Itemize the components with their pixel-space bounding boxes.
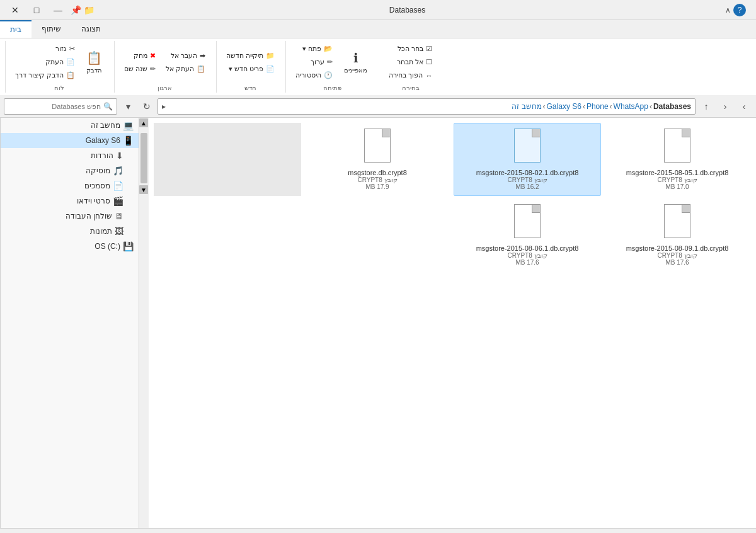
nav-label-desktop: שולחן העבודה bbox=[6, 212, 112, 221]
scroll-down-button[interactable]: ▼ bbox=[139, 185, 148, 194]
open-button[interactable]: 📂 פתח ▾ bbox=[291, 43, 337, 55]
nav-item-music[interactable]: 🎵 מוסיקה bbox=[1, 163, 139, 178]
nav-label-galaxy: Galaxy S6 bbox=[6, 136, 120, 145]
paste-shortcut-button[interactable]: 📋 הדבק קיצור דרך bbox=[11, 69, 79, 81]
file-size-5: 17.6 MB bbox=[515, 259, 539, 266]
file-item-3[interactable]: msgstore.db.crypt8 קובץ CRYPT8 17.9 MB bbox=[304, 123, 451, 196]
tab-share[interactable]: שיתוף bbox=[32, 20, 71, 38]
ribbon-group-new: 📁 תיקייה חדשה 📄 פריט חדש ▾ חדש bbox=[216, 41, 284, 93]
file-name-5: msgstore-2015-08-06.1.db.crypt8 bbox=[476, 244, 579, 252]
music-icon: 🎵 bbox=[113, 166, 123, 176]
minimize-button[interactable]: — bbox=[48, 1, 68, 19]
nav-forward-button[interactable]: › bbox=[736, 98, 752, 115]
file-size-4: 17.6 MB bbox=[665, 259, 689, 266]
file-icon-1 bbox=[662, 129, 692, 166]
rename-button[interactable]: ✏ שנה שם bbox=[120, 63, 160, 75]
close-button[interactable]: ✕ bbox=[5, 1, 25, 19]
galaxy-icon: 📱 bbox=[123, 135, 134, 146]
edit-button[interactable]: ✏ ערוך bbox=[291, 56, 337, 68]
expand-button[interactable]: ∧ bbox=[725, 6, 731, 14]
delete-icon: ✖ bbox=[150, 52, 156, 60]
copy-to-button[interactable]: 📋 העתק אל bbox=[161, 63, 210, 75]
nav-label-downloads: הורדות bbox=[6, 151, 113, 160]
scroll-up-button[interactable]: ▲ bbox=[139, 118, 148, 127]
file-item-2[interactable]: msgstore-2015-08-02.1.db.crypt8 קובץ CRY… bbox=[454, 123, 601, 196]
organize-buttons: ➡ העבר אל 📋 העתק אל ✖ מחק ✏ שנה שם bbox=[120, 41, 210, 83]
paste-button[interactable]: 📋 הדבק bbox=[81, 47, 108, 77]
addressbar[interactable]: Databases › WhatsApp › Phone › Galaxy S6… bbox=[158, 98, 696, 115]
history-button[interactable]: 🕐 היסטוריה bbox=[291, 69, 337, 81]
invert-icon: ↔ bbox=[425, 72, 432, 79]
nav-up-button[interactable]: ↑ bbox=[698, 98, 714, 115]
new-folder-button[interactable]: 📁 תיקייה חדשה bbox=[222, 50, 279, 62]
nav-item-os[interactable]: 💾 OS (C:) bbox=[1, 239, 139, 254]
file-type-2: קובץ CRYPT8 bbox=[507, 176, 547, 183]
help-button[interactable]: ? bbox=[733, 4, 746, 16]
nav-label-os: OS (C:) bbox=[6, 242, 120, 251]
file-item-1[interactable]: msgstore-2015-08-05.1.db.crypt8 קובץ CRY… bbox=[604, 123, 751, 196]
select-none-button[interactable]: ☐ אל תבחר bbox=[384, 56, 437, 68]
nav-label-music: מוסיקה bbox=[6, 166, 110, 175]
file-size-2: 16.2 MB bbox=[515, 183, 539, 190]
invert-selection-button[interactable]: ↔ הפוך בחירה bbox=[384, 69, 437, 81]
copy-to-icon: 📋 bbox=[197, 65, 205, 73]
file-item-4[interactable]: msgstore-2015-08-09.1.db.crypt8 קובץ CRY… bbox=[604, 198, 751, 272]
titlebar-right: 📁 📌 — □ ✕ bbox=[5, 1, 94, 19]
cut-button[interactable]: ✂ גזור bbox=[11, 43, 79, 55]
file-icon-3 bbox=[362, 129, 392, 166]
nav-label-this-computer: מחשב זה bbox=[6, 121, 120, 130]
search-input[interactable] bbox=[8, 103, 101, 110]
new-item-button[interactable]: 📄 פריט חדש ▾ bbox=[222, 63, 279, 75]
nav-item-pictures[interactable]: 🖼 תמונות bbox=[1, 224, 139, 239]
dropdown-button[interactable]: ▾ bbox=[120, 98, 136, 115]
properties-label: מאפיינים bbox=[344, 67, 367, 74]
nav-back-button[interactable]: ‹ bbox=[717, 98, 733, 115]
documents-icon: 📄 bbox=[113, 181, 123, 191]
move-button[interactable]: ➡ העבר אל bbox=[161, 50, 210, 62]
breadcrumb-whatsapp[interactable]: WhatsApp bbox=[614, 102, 648, 111]
copy-button[interactable]: 📄 העתק bbox=[11, 56, 79, 68]
delete-label: מחק bbox=[134, 52, 147, 60]
scroll-thumb[interactable] bbox=[140, 133, 147, 183]
window-title: Databases bbox=[94, 6, 720, 14]
breadcrumb-phone[interactable]: Phone bbox=[587, 102, 609, 111]
nav-item-desktop[interactable]: 🖥 שולחן העבודה bbox=[1, 209, 139, 224]
paste-shortcut-icon: 📋 bbox=[66, 71, 75, 79]
ribbon-tabs: בית שיתוף תצוגה bbox=[0, 20, 756, 38]
select-all-button[interactable]: ☑ בחר הכל bbox=[384, 43, 437, 55]
nav-item-videos[interactable]: 🎬 סרטי וידאו bbox=[1, 193, 139, 209]
nav-item-galaxy[interactable]: 📱 Galaxy S6 bbox=[1, 133, 139, 148]
open-label: פתח ▾ bbox=[302, 45, 321, 53]
nav-item-this-computer[interactable]: 💻 מחשב זה bbox=[1, 118, 139, 133]
edit-icon: ✏ bbox=[327, 58, 333, 66]
file-type-4: קובץ CRYPT8 bbox=[657, 252, 697, 259]
scrollbar[interactable]: ▲ ▼ bbox=[139, 118, 149, 528]
file-size-1: 17.0 MB bbox=[665, 183, 689, 190]
nav-item-downloads[interactable]: ⬇ הורדות bbox=[1, 148, 139, 163]
nav-item-documents[interactable]: 📄 מסמכים bbox=[1, 178, 139, 193]
breadcrumb-galaxy[interactable]: Galaxy S6 bbox=[547, 102, 581, 111]
delete-button[interactable]: ✖ מחק bbox=[120, 50, 160, 62]
refresh-button[interactable]: ↻ bbox=[139, 98, 155, 115]
file-icon-5 bbox=[512, 204, 542, 242]
maximize-button[interactable]: □ bbox=[26, 1, 47, 19]
properties-button[interactable]: ℹ מאפיינים bbox=[338, 47, 373, 77]
move-label: העבר אל bbox=[171, 52, 197, 60]
new-folder-icon: 📁 bbox=[266, 52, 275, 60]
this-computer-icon: 💻 bbox=[123, 120, 134, 130]
file-item-5[interactable]: msgstore-2015-08-06.1.db.crypt8 קובץ CRY… bbox=[454, 198, 601, 272]
nav-panel: 💻 מחשב זה 📱 Galaxy S6 ⬇ הורדות 🎵 מוסיקה … bbox=[0, 118, 139, 528]
ribbon-group-select: ☑ בחר הכל ☐ אל תבחר ↔ הפוך בחירה בחירה bbox=[379, 41, 442, 93]
breadcrumb-this-computer[interactable]: מחשב זה bbox=[512, 102, 541, 111]
downloads-icon: ⬇ bbox=[116, 151, 123, 161]
tab-home[interactable]: בית bbox=[0, 20, 32, 38]
select-small-buttons: ☑ בחר הכל ☐ אל תבחר ↔ הפוך בחירה bbox=[384, 43, 437, 81]
breadcrumb-dropdown[interactable]: ▸ bbox=[162, 102, 166, 111]
tab-view[interactable]: תצוגה bbox=[71, 20, 111, 38]
ribbon-group-clipboard: 📋 הדבק ✂ גזור 📄 העתק 📋 הדבק קיצור דרך לו… bbox=[5, 41, 113, 93]
rename-icon: ✏ bbox=[150, 65, 156, 73]
breadcrumb-databases: Databases bbox=[653, 102, 691, 111]
cut-label: גזור bbox=[55, 45, 67, 53]
search-box[interactable]: 🔍 bbox=[4, 98, 117, 115]
file-name-3: msgstore.db.crypt8 bbox=[348, 169, 407, 176]
